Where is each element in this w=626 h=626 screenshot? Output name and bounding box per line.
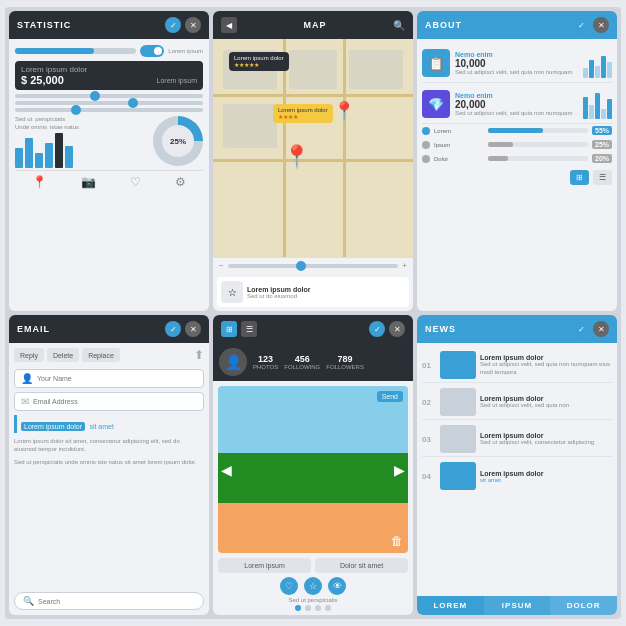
map-pin-1: 📍 bbox=[333, 100, 355, 122]
map-card-info: Lorem ipsum dolor Sed ut do eiusmod bbox=[247, 286, 405, 299]
reply-button[interactable]: Reply bbox=[14, 348, 44, 362]
lorem-ipsum-button[interactable]: Lorem ipsum bbox=[218, 558, 311, 573]
news-num-4: 04 bbox=[422, 472, 436, 481]
social-stats: 123 PHOTOS 456 FOLLOWING 789 FOLLOWERS bbox=[253, 354, 364, 370]
stat-text4: istae natus bbox=[50, 124, 79, 130]
upload-icon[interactable]: ⬆ bbox=[194, 348, 204, 362]
news-thumb-2 bbox=[440, 388, 476, 416]
name-input[interactable] bbox=[37, 375, 197, 382]
news-check-icon[interactable]: ✓ bbox=[573, 321, 589, 337]
about-bar-2a bbox=[583, 97, 588, 119]
map-zoom-thumb bbox=[296, 261, 306, 271]
email-name-field[interactable]: 👤 bbox=[14, 369, 204, 388]
email-address-field[interactable]: ✉ bbox=[14, 392, 204, 411]
about-bar-1b bbox=[589, 60, 594, 78]
gear-icon[interactable]: ⚙ bbox=[175, 175, 186, 189]
news-header-icons: ✓ ✕ bbox=[573, 321, 609, 337]
replace-button[interactable]: Replace bbox=[82, 348, 120, 362]
slider-3[interactable] bbox=[15, 108, 203, 112]
social-close-icon[interactable]: ✕ bbox=[389, 321, 405, 337]
news-item-3: 03 Lorem ipsum dolor Sed ut adipisci vel… bbox=[422, 422, 612, 457]
stat-main-sub: Lorem ipsum bbox=[157, 77, 197, 84]
news-num-3: 03 bbox=[422, 435, 436, 444]
pin-icon[interactable]: 📍 bbox=[32, 175, 47, 189]
slider-1[interactable] bbox=[15, 94, 203, 98]
social-list-icon[interactable]: ☰ bbox=[241, 321, 257, 337]
dot-1 bbox=[305, 605, 311, 611]
social-image: Send 🗑 ◀ ▶ bbox=[218, 386, 408, 553]
social-photos-stat: 123 PHOTOS bbox=[253, 354, 278, 370]
pct-row-3: Dolor 20% bbox=[422, 154, 612, 163]
about-header-icons: ✓ ✕ bbox=[573, 17, 609, 33]
about-item2-desc: Sed ut adipisci velit, sed quia non numq… bbox=[455, 110, 578, 116]
camera-icon[interactable]: 📷 bbox=[81, 175, 96, 189]
news-dolor-button[interactable]: DOLOR bbox=[550, 596, 617, 615]
social-check-icon[interactable]: ✓ bbox=[369, 321, 385, 337]
pct-fill-3 bbox=[488, 156, 508, 161]
map-zoom-slider[interactable] bbox=[228, 264, 399, 268]
email-close-icon[interactable]: ✕ bbox=[185, 321, 201, 337]
stat-toggle[interactable] bbox=[140, 45, 164, 57]
delete-button[interactable]: Delete bbox=[47, 348, 79, 362]
about-item1-desc: Sed ut adipisci velit, sed quia non numq… bbox=[455, 69, 578, 75]
news-desc-2: Sed ut adipisci velit, sed quia non bbox=[480, 402, 612, 410]
stat-bottom: Sed ut perspiciatis Unde omnis istae nat… bbox=[15, 116, 203, 168]
email-search-bar[interactable]: 🔍 bbox=[14, 592, 204, 610]
pct-dot-3 bbox=[422, 155, 430, 163]
email-check-icon[interactable]: ✓ bbox=[165, 321, 181, 337]
about-bar-2e bbox=[607, 99, 612, 119]
about-list-view-button[interactable]: ☰ bbox=[593, 170, 612, 185]
user-icon: 👤 bbox=[21, 373, 33, 384]
dolor-sit-button[interactable]: Dolor sit amet bbox=[315, 558, 408, 573]
map-plus-icon[interactable]: + bbox=[402, 261, 407, 270]
news-thumb-1 bbox=[440, 351, 476, 379]
news-header: NEWS ✓ ✕ bbox=[417, 315, 617, 343]
map-stars-1: ★★★★★ bbox=[234, 62, 259, 68]
slider-2[interactable] bbox=[15, 101, 203, 105]
social-header-icons: ⊞ ☰ bbox=[221, 321, 257, 337]
pct-fill-2 bbox=[488, 142, 513, 147]
about-bar-1c bbox=[595, 66, 600, 78]
social-avatar: 👤 bbox=[219, 348, 247, 376]
about-check-icon[interactable]: ✓ bbox=[573, 17, 589, 33]
statistic-panel: STATISTIC ✓ ✕ Lorem ipsum Lorem ipsum do… bbox=[9, 11, 209, 311]
following-label: FOLLOWING bbox=[284, 364, 320, 370]
send-button[interactable]: Send bbox=[377, 391, 403, 402]
map-block-2 bbox=[289, 50, 337, 89]
email-input[interactable] bbox=[33, 398, 197, 405]
pct-label-3: Dolor bbox=[434, 156, 484, 162]
map-search-icon[interactable]: 🔍 bbox=[393, 20, 405, 31]
news-num-2: 02 bbox=[422, 398, 436, 407]
heart-icon[interactable]: ♡ bbox=[130, 175, 141, 189]
about-view-icons: ⊞ ☰ bbox=[422, 170, 612, 185]
prev-arrow-icon[interactable]: ◀ bbox=[221, 462, 232, 478]
social-profile-row: 👤 123 PHOTOS 456 FOLLOWING 789 FOLLOWERS bbox=[213, 343, 413, 381]
stat-text1: Sed ut bbox=[15, 116, 32, 122]
about-close-icon[interactable]: ✕ bbox=[593, 17, 609, 33]
heart-action-icon[interactable]: ♡ bbox=[280, 577, 298, 595]
star-action-icon[interactable]: ☆ bbox=[304, 577, 322, 595]
statistic-check-icon[interactable]: ✓ bbox=[165, 17, 181, 33]
about-grid-view-button[interactable]: ⊞ bbox=[570, 170, 589, 185]
delete-photo-icon[interactable]: 🗑 bbox=[391, 534, 403, 548]
main-grid: STATISTIC ✓ ✕ Lorem ipsum Lorem ipsum do… bbox=[5, 7, 621, 619]
news-close-icon[interactable]: ✕ bbox=[593, 321, 609, 337]
email-header-icons: ✓ ✕ bbox=[165, 321, 201, 337]
eye-action-icon[interactable]: 👁 bbox=[328, 577, 346, 595]
pct-dot-1 bbox=[422, 127, 430, 135]
map-minus-icon[interactable]: − bbox=[219, 261, 224, 270]
about-panel: ABOUT ✓ ✕ 📋 Nemo enim 10,000 Sed ut adip… bbox=[417, 11, 617, 311]
map-favorite-button[interactable]: ☆ bbox=[221, 281, 243, 303]
social-grid-icon[interactable]: ⊞ bbox=[221, 321, 237, 337]
map-card-title: Lorem ipsum dolor bbox=[247, 286, 405, 293]
statistic-close-icon[interactable]: ✕ bbox=[185, 17, 201, 33]
photos-label: PHOTOS bbox=[253, 364, 278, 370]
search-input[interactable] bbox=[38, 598, 195, 605]
envelope-icon: ✉ bbox=[21, 396, 29, 407]
map-panel: ◀ MAP 🔍 Lorem ipsum dolor ★★★★★ Lo bbox=[213, 11, 413, 311]
news-lorem-button[interactable]: LOREM bbox=[417, 596, 484, 615]
next-arrow-icon[interactable]: ▶ bbox=[394, 462, 405, 478]
about-bar-1a bbox=[583, 68, 588, 78]
map-back-button[interactable]: ◀ bbox=[221, 17, 237, 33]
news-ipsum-button[interactable]: IPSUM bbox=[484, 596, 551, 615]
